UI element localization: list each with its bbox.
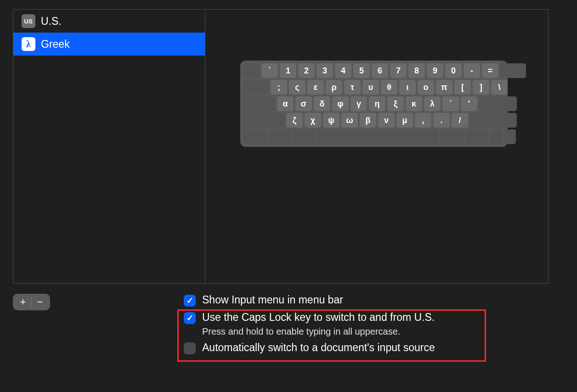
blank-key (317, 129, 340, 144)
key: ψ (323, 113, 339, 128)
us-flag-icon: US (22, 14, 35, 28)
option-sublabel: Press and hold to enable typing in all u… (202, 326, 435, 337)
key: ε (307, 80, 324, 95)
options-group: ✓ Show Input menu in menu bar ✓ Use the … (184, 294, 505, 354)
input-source-label: U.S. (41, 15, 62, 28)
checkbox[interactable]: ✓ (184, 342, 196, 354)
keyboard-row: ; ς ε ρ τ υ θ ι ο π [ ] \ (243, 80, 505, 95)
option-label: Show Input menu in menu bar (202, 294, 343, 306)
input-source-greek[interactable]: λ Greek (13, 33, 205, 56)
blank-key (243, 80, 269, 95)
key: ρ (326, 80, 342, 95)
key: / (452, 113, 468, 128)
key: 1 (280, 63, 296, 78)
key: ξ (387, 96, 404, 111)
option-auto-switch-document: ✓ Automatically switch to a document's i… (184, 342, 505, 354)
key: ι (399, 80, 416, 95)
key: ` (261, 63, 278, 78)
blank-key (500, 63, 526, 78)
blank-key (243, 113, 284, 128)
key: 0 (445, 63, 462, 78)
keyboard-row: α σ δ φ γ η ξ κ λ ´ ' (243, 96, 505, 111)
blank-key (243, 129, 266, 144)
key: α (277, 96, 294, 111)
input-source-label: Greek (41, 38, 70, 50)
key: σ (295, 96, 312, 111)
key: 6 (372, 63, 388, 78)
key: ] (473, 80, 489, 95)
key: 5 (353, 63, 370, 78)
key: ´ (442, 96, 459, 111)
key: τ (344, 80, 361, 95)
blank-key (268, 129, 291, 144)
input-sources-list: US U.S. λ Greek (13, 10, 205, 283)
blank-key (342, 129, 439, 144)
keyboard-layout-preview: ` 1 2 3 4 5 6 7 8 9 0 - = ; ς ε (240, 61, 508, 147)
remove-source-button[interactable]: − (33, 295, 47, 309)
key: . (433, 113, 450, 128)
keyboard-row: ` 1 2 3 4 5 6 7 8 9 0 - = (243, 63, 505, 78)
blank-key (504, 129, 516, 144)
blank-key (470, 113, 517, 128)
key: φ (332, 96, 349, 111)
key: γ (351, 96, 367, 111)
key: ; (271, 80, 287, 95)
key: 2 (298, 63, 315, 78)
checkbox[interactable]: ✓ (184, 312, 196, 324)
blank-key (441, 129, 464, 144)
option-label: Automatically switch to a document's inp… (202, 342, 435, 354)
lambda-icon: λ (22, 37, 35, 51)
key: ο (418, 80, 434, 95)
key: θ (381, 80, 397, 95)
key: ω (341, 113, 358, 128)
key: , (415, 113, 431, 128)
key: β (360, 113, 376, 128)
plus-icon: + (20, 296, 26, 308)
minus-icon: − (37, 296, 43, 308)
keyboard-row: ζ χ ψ ω β ν μ , . / (243, 113, 505, 128)
key: λ (424, 96, 441, 111)
key: 3 (317, 63, 333, 78)
add-source-button[interactable]: + (16, 295, 30, 309)
key: χ (305, 113, 321, 128)
keyboard-preview-pane: ` 1 2 3 4 5 6 7 8 9 0 - = ; ς ε (205, 10, 548, 283)
key: κ (406, 96, 422, 111)
add-remove-control: + − (13, 294, 50, 310)
blank-key (243, 96, 275, 111)
input-source-us[interactable]: US U.S. (13, 10, 205, 33)
key: 4 (335, 63, 351, 78)
key: ν (378, 113, 395, 128)
key: ς (289, 80, 305, 95)
keyboard-row (243, 129, 505, 144)
checkbox[interactable]: ✓ (184, 295, 196, 307)
key: - (464, 63, 480, 78)
blank-key (465, 129, 488, 144)
key: η (369, 96, 385, 111)
key: ' (461, 96, 477, 111)
blank-key (243, 63, 260, 78)
separator (31, 297, 32, 307)
key: δ (314, 96, 330, 111)
blank-key (490, 129, 502, 144)
key: μ (396, 113, 413, 128)
key: π (436, 80, 453, 95)
key: 7 (390, 63, 407, 78)
key: 8 (408, 63, 425, 78)
option-label: Use the Caps Lock key to switch to and f… (202, 311, 435, 324)
key: \ (491, 80, 508, 95)
option-caps-lock-switch: ✓ Use the Caps Lock key to switch to and… (184, 311, 505, 337)
blank-key (479, 96, 517, 111)
key: [ (454, 80, 471, 95)
option-show-input-menu: ✓ Show Input menu in menu bar (184, 294, 505, 307)
key: 9 (427, 63, 443, 78)
input-sources-panel: US U.S. λ Greek ` 1 2 3 4 5 6 7 8 9 0 (13, 9, 549, 284)
blank-key (293, 129, 316, 144)
key: υ (362, 80, 379, 95)
key: ζ (286, 113, 303, 128)
key: = (482, 63, 498, 78)
